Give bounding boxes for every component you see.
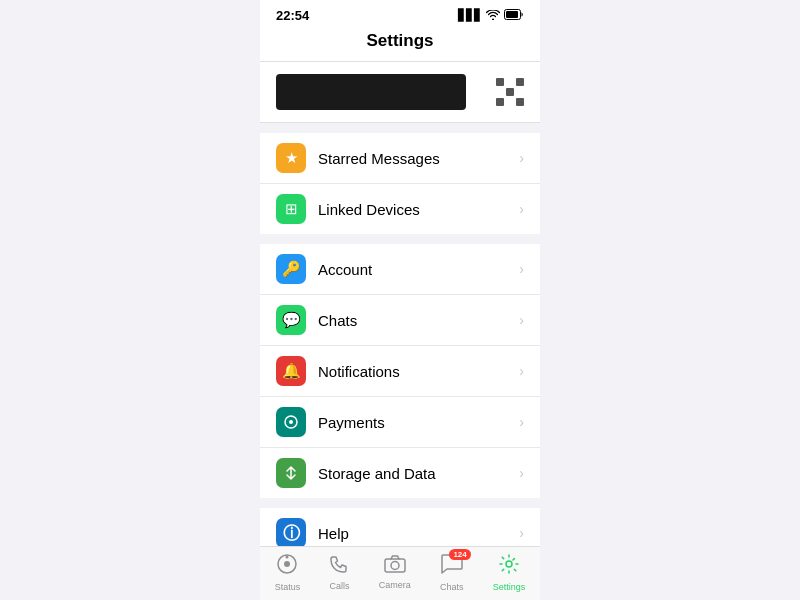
phone-frame: 22:54 ▋▋▋ Settings xyxy=(260,0,540,600)
camera-nav-icon xyxy=(384,555,406,578)
status-nav-label: Status xyxy=(275,582,301,592)
account-label: Account xyxy=(318,261,519,278)
chats-label: Chats xyxy=(318,312,519,329)
svg-rect-1 xyxy=(506,11,518,18)
sidebar-item-account[interactable]: 🔑 Account › xyxy=(260,244,540,295)
payments-label: Payments xyxy=(318,414,519,431)
sidebar-item-storage-and-data[interactable]: Storage and Data › xyxy=(260,448,540,498)
linked-devices-label: Linked Devices xyxy=(318,201,519,218)
chevron-icon: › xyxy=(519,261,524,277)
nav-item-status[interactable]: Status xyxy=(275,553,301,592)
chevron-icon: › xyxy=(519,312,524,328)
help-icon: ⓘ xyxy=(276,518,306,548)
nav-item-camera[interactable]: Camera xyxy=(379,555,411,590)
section-gap-2 xyxy=(260,234,540,244)
chats-nav-label: Chats xyxy=(440,582,464,592)
status-icons: ▋▋▋ xyxy=(458,9,524,22)
chats-badge: 124 xyxy=(449,549,470,560)
qr-icon[interactable] xyxy=(496,78,524,106)
nav-item-chats[interactable]: 124 Chats xyxy=(440,553,464,592)
notifications-label: Notifications xyxy=(318,363,519,380)
header: Settings xyxy=(260,27,540,62)
notifications-icon: 🔔 xyxy=(276,356,306,386)
status-nav-icon xyxy=(276,553,298,580)
chevron-icon: › xyxy=(519,465,524,481)
svg-point-9 xyxy=(506,561,512,567)
storage-and-data-label: Storage and Data xyxy=(318,465,519,482)
wifi-icon xyxy=(486,10,500,22)
camera-nav-label: Camera xyxy=(379,580,411,590)
nav-item-calls[interactable]: Calls xyxy=(329,554,349,591)
sidebar-item-notifications[interactable]: 🔔 Notifications › xyxy=(260,346,540,397)
chevron-icon: › xyxy=(519,150,524,166)
starred-messages-icon: ★ xyxy=(276,143,306,173)
svg-point-6 xyxy=(286,556,289,559)
bottom-nav: Status Calls Camera xyxy=(260,546,540,600)
payments-icon xyxy=(276,407,306,437)
chats-nav-icon: 124 xyxy=(441,553,463,580)
settings-nav-label: Settings xyxy=(493,582,526,592)
svg-point-5 xyxy=(284,561,290,567)
scrollable-content: ★ Starred Messages › ⊞ Linked Devices › … xyxy=(260,62,540,600)
chevron-icon: › xyxy=(519,414,524,430)
settings-group-1: ★ Starred Messages › ⊞ Linked Devices › xyxy=(260,133,540,234)
storage-and-data-icon xyxy=(276,458,306,488)
status-time: 22:54 xyxy=(276,8,309,23)
page-title: Settings xyxy=(366,31,433,50)
battery-icon xyxy=(504,9,524,22)
sidebar-item-starred-messages[interactable]: ★ Starred Messages › xyxy=(260,133,540,184)
status-bar: 22:54 ▋▋▋ xyxy=(260,0,540,27)
section-gap-1 xyxy=(260,123,540,133)
section-gap-3 xyxy=(260,498,540,508)
chats-icon: 💬 xyxy=(276,305,306,335)
account-icon: 🔑 xyxy=(276,254,306,284)
calls-nav-icon xyxy=(329,554,349,579)
svg-point-8 xyxy=(391,562,399,570)
profile-redacted xyxy=(276,74,466,110)
chevron-icon: › xyxy=(519,363,524,379)
signal-icon: ▋▋▋ xyxy=(458,9,482,22)
settings-nav-icon xyxy=(498,553,520,580)
sidebar-item-payments[interactable]: Payments › xyxy=(260,397,540,448)
settings-group-2: 🔑 Account › 💬 Chats › 🔔 Notifications › xyxy=(260,244,540,498)
calls-nav-label: Calls xyxy=(329,581,349,591)
sidebar-item-chats[interactable]: 💬 Chats › xyxy=(260,295,540,346)
chevron-icon: › xyxy=(519,525,524,541)
profile-section[interactable] xyxy=(260,62,540,123)
chevron-icon: › xyxy=(519,201,524,217)
starred-messages-label: Starred Messages xyxy=(318,150,519,167)
sidebar-item-linked-devices[interactable]: ⊞ Linked Devices › xyxy=(260,184,540,234)
nav-item-settings[interactable]: Settings xyxy=(493,553,526,592)
linked-devices-icon: ⊞ xyxy=(276,194,306,224)
help-label: Help xyxy=(318,525,519,542)
svg-point-3 xyxy=(289,420,293,424)
